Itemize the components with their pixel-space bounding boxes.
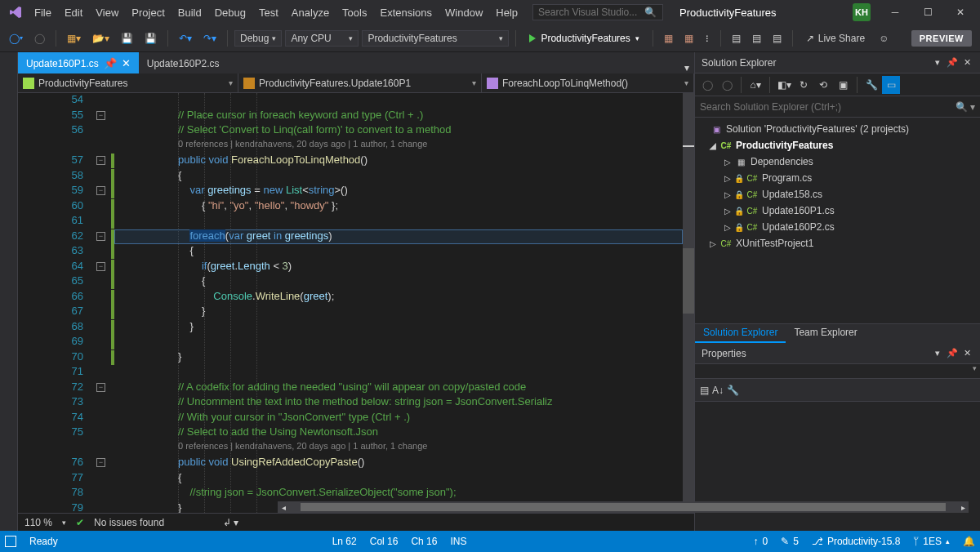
notifications-icon[interactable]: 🔔 (963, 536, 975, 547)
menu-tools[interactable]: Tools (336, 3, 373, 22)
code-line[interactable]: // Select to add the Using Newtonsoft.Js… (178, 425, 683, 438)
nav-forward-icon[interactable]: ◯ (30, 30, 49, 47)
status-ln[interactable]: Ln 62 (332, 536, 357, 547)
platform-dropdown[interactable]: Any CPU▾ (285, 30, 359, 47)
tab-solution-explorer[interactable]: Solution Explorer (695, 324, 786, 343)
open-file-icon[interactable]: 📂▾ (88, 30, 114, 47)
save-icon[interactable]: 💾 (117, 30, 137, 47)
panel-pin-icon[interactable]: 📌 (946, 347, 959, 360)
menu-window[interactable]: Window (439, 3, 489, 22)
menu-file[interactable]: File (28, 3, 58, 22)
line-endings-icon[interactable]: ↲ ▾ (223, 517, 238, 528)
code-line[interactable]: // Place cursor in foreach keyword and t… (178, 109, 683, 121)
se-search-input[interactable] (700, 101, 952, 113)
se-properties-icon[interactable]: 🔧 (862, 76, 880, 94)
status-changes[interactable]: ✎5 (781, 536, 799, 547)
fold-toggle-icon[interactable]: − (96, 156, 105, 165)
tree-project-row[interactable]: ▷C#XUnitTestProject1 (695, 235, 980, 252)
menu-project[interactable]: Project (125, 3, 171, 22)
nav-back-icon[interactable]: ◯▾ (5, 30, 27, 47)
redo-icon[interactable]: ↷▾ (199, 30, 220, 47)
panel-close-icon[interactable]: ✕ (960, 347, 973, 360)
panel-close-icon[interactable]: ✕ (960, 56, 973, 69)
toolbar-icon[interactable]: ▦ (660, 30, 677, 47)
status-publish[interactable]: ↑0 (754, 536, 768, 547)
scroll-left-icon[interactable]: ◂ (278, 503, 289, 512)
tab-team-explorer[interactable]: Team Explorer (786, 324, 865, 343)
fold-toggle-icon[interactable]: − (96, 232, 105, 241)
start-debug-button[interactable]: ProductivityFeatures▾ (523, 31, 645, 46)
menu-view[interactable]: View (89, 3, 125, 22)
fold-toggle-icon[interactable]: − (96, 111, 105, 120)
status-ch[interactable]: Ch 16 (411, 536, 437, 547)
zoom-level[interactable]: 110 % (24, 517, 52, 528)
props-alpha-icon[interactable]: A↓ (712, 385, 724, 396)
scroll-right-icon[interactable]: ▸ (957, 503, 969, 512)
tab-close-icon[interactable]: ✕ (122, 57, 131, 69)
code-line[interactable]: { (178, 169, 683, 181)
tab-pin-icon[interactable]: 📌 (104, 57, 117, 69)
status-branch[interactable]: ⎇Productivity-15.8 (812, 536, 900, 547)
fold-toggle-icon[interactable]: − (96, 262, 105, 271)
tree-file-row[interactable]: ▷🔒C#Program.cs (695, 170, 980, 186)
code-line[interactable]: var greetings = new List<string>() (178, 184, 683, 196)
fold-toggle-icon[interactable]: − (96, 186, 105, 195)
se-refresh-icon[interactable]: ⟲ (814, 76, 832, 94)
document-tab[interactable]: Update160P2.cs (139, 52, 228, 73)
tree-deps-row[interactable]: ▷▦Dependencies (695, 154, 980, 170)
config-dropdown[interactable]: Debug▾ (234, 30, 282, 47)
code-line[interactable]: public void ForeachLoopToLinqMethod() (178, 154, 683, 166)
live-share-button[interactable]: ↗Live Share (800, 33, 871, 44)
code-line[interactable]: // Select 'Convert to Linq(call form)' t… (178, 123, 683, 136)
codelens-text[interactable]: 0 references | kendrahavens, 20 days ago… (178, 441, 683, 451)
new-project-icon[interactable]: ▦▾ (63, 30, 85, 47)
status-col[interactable]: Col 16 (370, 536, 399, 547)
toolbar-icon[interactable]: ▤ (748, 30, 765, 47)
toolbar-icon[interactable]: ▦ (680, 30, 697, 47)
code-line[interactable]: // A codefix for adding the needed "usin… (178, 381, 683, 393)
toolbar-icon[interactable]: ▤ (728, 30, 745, 47)
issues-status[interactable]: No issues found (94, 517, 164, 528)
minimize-button[interactable]: ─ (879, 1, 911, 24)
scroll-thumb[interactable] (683, 248, 694, 314)
se-forward-icon[interactable]: ◯ (718, 76, 736, 94)
tree-file-row[interactable]: ▷🔒C#Update160P2.cs (695, 219, 980, 235)
props-wrench-icon[interactable]: 🔧 (727, 385, 739, 396)
code-line[interactable]: Console.WriteLine(greet); (178, 290, 683, 302)
output-icon[interactable] (5, 536, 16, 547)
tree-file-row[interactable]: ▷🔒C#Update158.cs (695, 186, 980, 203)
menu-help[interactable]: Help (489, 3, 524, 22)
code-line[interactable]: } (178, 350, 683, 363)
horizontal-scrollbar[interactable]: ◂ ▸ (278, 501, 969, 513)
panel-options-icon[interactable]: ▾ (931, 56, 944, 69)
code-editor[interactable]: 5455−// Place cursor in foreach keyword … (18, 93, 694, 513)
menu-edit[interactable]: Edit (58, 3, 89, 22)
tree-sln-row[interactable]: ▣Solution 'ProductivityFeatures' (2 proj… (695, 121, 980, 137)
fold-toggle-icon[interactable]: − (96, 458, 105, 467)
zoom-dropdown-icon[interactable]: ▾ (62, 519, 66, 527)
code-line[interactable]: if(greet.Length < 3) (178, 260, 683, 272)
chevron-down-icon[interactable]: ▾ (973, 364, 977, 378)
save-all-icon[interactable]: 💾 (140, 30, 161, 47)
menu-build[interactable]: Build (172, 3, 208, 22)
se-sync-icon[interactable]: ↻ (795, 76, 813, 94)
startup-dropdown[interactable]: ProductivityFeatures▾ (362, 30, 509, 47)
quick-launch[interactable]: 🔍 (532, 4, 663, 20)
maximize-button[interactable]: ☐ (911, 1, 944, 24)
se-collapse-icon[interactable]: ▣ (834, 76, 852, 94)
status-lang[interactable]: ᛘ1ES▴ (913, 536, 950, 547)
undo-icon[interactable]: ↶▾ (175, 30, 196, 47)
se-home-icon[interactable]: ⌂▾ (746, 76, 764, 94)
menu-test[interactable]: Test (252, 3, 285, 22)
props-categorize-icon[interactable]: ▤ (700, 385, 709, 396)
code-line[interactable]: public void UsingRefAddedCopyPaste() (178, 456, 683, 468)
tree-project-row[interactable]: ◢C#ProductivityFeatures (695, 137, 980, 154)
menu-debug[interactable]: Debug (208, 3, 252, 22)
code-line[interactable]: { (178, 274, 683, 287)
feedback-icon[interactable]: ☺ (875, 30, 893, 47)
nav-project-dropdown[interactable]: ProductivityFeatures▾ (18, 73, 238, 92)
menu-analyze[interactable]: Analyze (285, 3, 336, 22)
codelens-text[interactable]: 0 references | kendrahavens, 20 days ago… (178, 139, 683, 149)
panel-pin-icon[interactable]: 📌 (946, 56, 959, 69)
code-line[interactable]: foreach(var greet in greetings) (178, 229, 683, 242)
